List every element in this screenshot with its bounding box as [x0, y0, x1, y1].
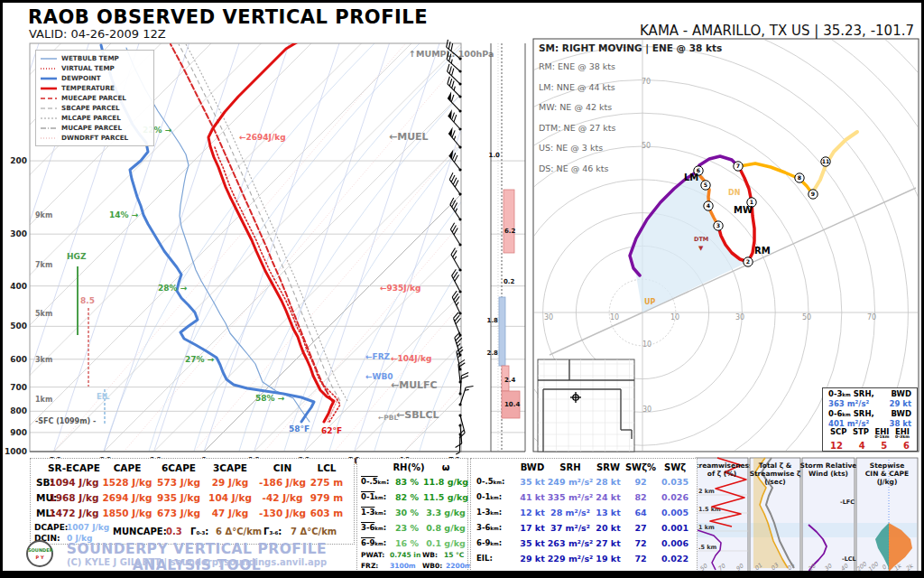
table-cell: 17 kt — [520, 523, 544, 533]
composite-index-values: 12456 — [823, 440, 917, 451]
table-cell: 83 % — [395, 477, 419, 487]
table-cell: 28 m²/s² — [550, 508, 590, 517]
table-cell: 3-6km: — [361, 523, 386, 532]
table-cell: 0-1km: — [361, 492, 386, 501]
svg-text:200: 200 — [10, 156, 27, 165]
parcel-thermo-table: SR-ECAPECAPE6CAPE3CAPECINLCLSB:1094 J/kg… — [30, 458, 355, 545]
table-cell: 0.022 — [661, 554, 688, 564]
table-cell: 11.5 g/kg — [423, 492, 468, 502]
svg-text:1000: 1000 — [5, 447, 27, 456]
legend-item: WETBULB TEMP — [40, 53, 150, 63]
svg-text:10: 10 — [642, 340, 651, 349]
table-cell: 0.001 — [661, 523, 688, 533]
svg-text:300: 300 — [10, 229, 27, 238]
svg-text:11: 11 — [822, 158, 830, 164]
hodo-height-marker: 3 — [714, 221, 723, 230]
index-header: SCP — [830, 429, 847, 440]
table-cell: LCL — [317, 462, 336, 473]
svg-text:9km: 9km — [35, 211, 52, 219]
table-cell: Γ0-3: — [190, 527, 208, 536]
legend-item: DWNDRFT PARCEL — [40, 133, 150, 143]
svg-text:2.4: 2.4 — [504, 377, 516, 384]
table-cell: 249 m²/s² — [548, 477, 593, 487]
mini-panel-1: Total ζ &Streamwise ζ(/sec).01.03.05 — [750, 458, 801, 573]
storm-motion-entry: LM: NNE @ 44 kts — [539, 78, 764, 98]
hodo-height-marker: 11 — [821, 157, 830, 166]
svg-text:←104J/kg: ←104J/kg — [391, 354, 431, 363]
storm-motion-entry: DTM: NE @ 27 kts — [539, 118, 764, 139]
svg-text:UP: UP — [644, 298, 655, 306]
table-cell: WB0: — [422, 562, 442, 570]
svg-text:900: 900 — [10, 428, 27, 437]
svg-text:28% →: 28% → — [158, 284, 188, 293]
svg-text:50: 50 — [802, 313, 811, 322]
svg-text:7km: 7km — [35, 261, 52, 269]
svg-text:0.2: 0.2 — [504, 278, 515, 285]
svg-text:58% →: 58% → — [255, 394, 285, 403]
svg-text:600: 600 — [10, 355, 27, 364]
table-cell: 82 — [634, 492, 646, 502]
station-label: KAMA - AMARILLO, TX US | 35.23, -101.7 — [640, 23, 914, 39]
bottom-border-bar — [3, 571, 921, 578]
table-cell: 92 — [634, 477, 646, 487]
storm-motion-entry: DS: NE @ 46 kts — [539, 159, 764, 180]
table-cell: 1-3km: — [476, 508, 502, 517]
kinematics-table: BWDSRHSRWSWζ%SWζ0-.5km:35 kt249 m²/s²28 … — [470, 458, 698, 573]
svg-text:MW: MW — [734, 205, 753, 215]
table-cell: 13 kt — [596, 508, 620, 517]
table-cell: FRZ: — [361, 562, 378, 570]
svg-text:27% →: 27% → — [185, 355, 215, 364]
mini-panel-2: Storm RelativeWind (kts)-LFC-LCL203040 — [800, 458, 857, 573]
table-cell: 30 % — [395, 508, 419, 517]
table-cell: -186 J/kg — [259, 477, 306, 488]
skewt-legend: WETBULB TEMPVIRTUAL TEMPDEWPOINTTEMPERAT… — [35, 50, 154, 146]
svg-text:←MULFC: ←MULFC — [391, 379, 438, 391]
index-value: 5 — [881, 441, 887, 451]
table-cell: 6-9km: — [361, 538, 386, 547]
table-cell: 28 kt — [596, 477, 620, 487]
table-cell: WB: — [422, 551, 438, 559]
svg-text:.5 km: .5 km — [698, 544, 717, 551]
table-cell: 6-9km: — [476, 538, 502, 547]
legend-item: SBCAPE PARCEL — [40, 103, 150, 113]
table-cell: 0-.5km: — [476, 477, 504, 486]
table-cell: Γ3-6: — [263, 527, 282, 536]
valid-time: VALID: 04-26-2009 12Z — [29, 27, 166, 41]
svg-text:Stepwise: Stepwise — [870, 461, 905, 470]
svg-text:14% →: 14% → — [109, 210, 139, 219]
svg-text:Streamwise ζ: Streamwise ζ — [750, 470, 801, 478]
index-value: 6 — [903, 441, 910, 451]
svg-text:←SBLCL: ←SBLCL — [396, 409, 439, 421]
svg-text:2: 2 — [746, 258, 750, 265]
svg-text:8: 8 — [798, 174, 801, 181]
table-cell: 275 m — [310, 477, 344, 488]
hodo-height-marker: 8 — [795, 173, 804, 182]
table-cell: 1528 J/kg — [102, 477, 152, 488]
table-cell: SRW — [596, 462, 620, 472]
table-cell: ω — [442, 462, 450, 472]
index-value: 4 — [859, 441, 865, 451]
svg-text:of ζ (%): of ζ (%) — [707, 470, 736, 478]
storm-motion-readout: SM: RIGHT MOVING | ENE @ 38 kts RM: ENE … — [539, 42, 764, 180]
storm-motion-list: RM: ENE @ 38 ktsLM: NNE @ 44 ktsMW: NE @… — [539, 57, 764, 180]
mini-panel-3: StepwiseCIN & CAPE(J/kg)-200-10001k2k — [853, 458, 918, 574]
moisture-table: RH(%)ω0-.5km:83 %11.8 g/kg0-1km:82 %11.5… — [356, 458, 468, 573]
table-cell: 1007 J/kg — [67, 523, 109, 532]
hodo-height-marker: 2 — [744, 257, 753, 266]
table-cell: 0-.5km: — [361, 477, 389, 486]
svg-text:5km: 5km — [35, 310, 52, 318]
svg-text:Storm Relative: Storm Relative — [800, 461, 857, 470]
table-cell: 29 J/kg — [212, 477, 249, 488]
table-cell: 3CAPE — [213, 462, 247, 473]
svg-text:DN: DN — [728, 189, 740, 197]
mu-parcel-curve — [171, 44, 332, 401]
table-cell: 35 kt — [520, 538, 544, 548]
svg-text:10: 10 — [610, 313, 619, 322]
table-cell: 263 m²/s² — [548, 538, 593, 548]
table-cell: 20 kt — [596, 523, 620, 533]
table-cell: 47 J/kg — [212, 508, 249, 518]
table-cell: 1968 J/kg — [49, 492, 98, 503]
index-header: STP — [853, 429, 869, 440]
svg-text:70: 70 — [867, 313, 876, 322]
legend-item: MUCAPE PARCEL — [40, 123, 150, 133]
